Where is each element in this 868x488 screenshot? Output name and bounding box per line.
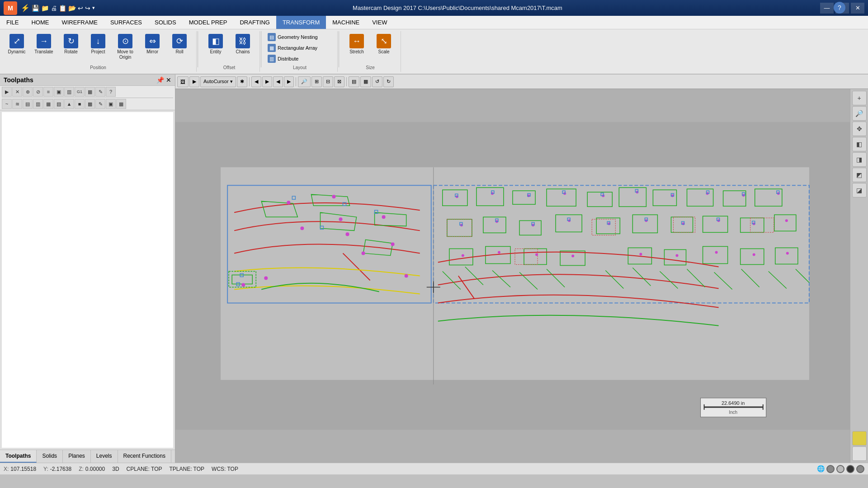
mirror-button[interactable]: ⇔ Mirror [139,32,165,63]
dynamic-icon: ⤢ [9,34,24,48]
rectangular-array-button[interactable]: ▦ Rectangular Array [266,43,334,53]
toolpaths-close-button[interactable]: ✕ [166,76,171,84]
autocursor-dropdown[interactable]: AutoCursor ▾ [200,76,236,87]
menu-item-drafting[interactable]: DRAFTING [233,16,276,29]
entity-label: Entity [210,49,221,55]
view-btn-4[interactable]: ◪ [852,183,867,197]
canvas-area: 🖼 ▶ AutoCursor ▾ ✱ ◀ ▶ ◀ ▶ 🔎 ⊞ ⊟ ⊠ ▤ ▦ ↺… [175,75,868,463]
tab-solids[interactable]: Solids [37,450,63,463]
dynamic-label: Dynamic [8,49,26,55]
tab-recent-functions[interactable]: Recent Functions [118,450,171,463]
menu-item-wireframe[interactable]: WIREFRAME [55,16,104,29]
tab-toolpaths[interactable]: Toolpaths [0,450,37,463]
geometry-nesting-button[interactable]: ▤ Geometry Nesting [266,32,334,42]
menu-item-surfaces[interactable]: SURFACES [104,16,148,29]
zoom-in-button[interactable]: + [852,91,867,105]
entity-button[interactable]: ◧ Entity [203,32,229,63]
tplane-status: TPLANE: TOP [169,466,204,472]
tp-btn-1[interactable]: ▶ [2,87,12,97]
canvas-btn-redo[interactable]: ↻ [383,76,394,87]
tp-btn-4[interactable]: ⊘ [33,87,43,97]
move-to-origin-button[interactable]: ⊙ Move to Origin [112,32,138,63]
y-value: -2.17638 [50,466,71,472]
canvas-btn-zoom-out[interactable]: ⊟ [323,76,333,87]
view-btn-2[interactable]: ◨ [852,152,867,167]
chains-button[interactable]: ⛓ Chains [230,32,256,63]
canvas-btn-forward[interactable]: ▶ [262,76,272,87]
geometry-nesting-icon: ▤ [268,33,276,41]
tp-btn-11[interactable]: ? [106,87,116,97]
tp-btn-9[interactable]: ▦ [85,87,95,97]
color-btn-yellow[interactable] [852,431,867,446]
rotate-button[interactable]: ↻ Rotate [58,32,84,63]
close-button[interactable]: ✕ [851,3,864,14]
tp-btn-8[interactable]: G1 [75,87,85,97]
tp-btn-13[interactable]: ≋ [12,99,22,109]
canvas-btn-screenshot[interactable]: 🖼 [177,76,189,87]
tp-btn-23[interactable]: ▦ [116,99,126,109]
menu-item-solids[interactable]: SOLIDS [148,16,183,29]
tp-btn-22[interactable]: ▣ [106,99,116,109]
tp-btn-5[interactable]: ≡ [43,87,53,97]
tp-btn-2[interactable]: ✕ [12,87,22,97]
canvas-btn-back[interactable]: ◀ [251,76,261,87]
canvas-btn-grid[interactable]: ▤ [349,76,359,87]
z-coordinate: Z: 0.00000 [79,466,105,472]
svg-point-82 [535,253,538,256]
menu-item-view[interactable]: VIEW [366,16,393,29]
svg-point-87 [753,253,755,256]
color-btn-white[interactable] [852,446,867,461]
tp-btn-17[interactable]: ▧ [54,99,64,109]
menu-item-machine[interactable]: MACHINE [326,16,366,29]
toolpaths-pin-button[interactable]: 📌 [156,76,164,84]
tp-btn-6[interactable]: ▣ [54,87,64,97]
tp-btn-21[interactable]: ✎ [95,99,105,109]
canvas-btn-undo[interactable]: ↺ [372,76,382,87]
zoom-fit-button[interactable]: 🔎 [852,106,867,121]
menu-item-transform[interactable]: TRANSFORM [276,16,326,29]
tab-levels[interactable]: Levels [91,450,118,463]
menu-item-file[interactable]: FILE [0,16,25,29]
tp-btn-7[interactable]: ▥ [64,87,74,97]
svg-point-88 [786,252,789,254]
canvas-btn-forward2[interactable]: ▶ [284,76,294,87]
tp-btn-20[interactable]: ▩ [85,99,95,109]
canvas-btn-window[interactable]: ⊠ [334,76,344,87]
tp-btn-14[interactable]: ▤ [23,99,33,109]
tp-btn-19[interactable]: ■ [75,99,85,109]
tp-btn-3[interactable]: ⊕ [23,87,33,97]
tp-btn-15[interactable]: ▥ [33,99,43,109]
canvas-btn-back2[interactable]: ◀ [273,76,283,87]
tp-btn-10[interactable]: ✎ [95,87,105,97]
cad-viewport[interactable]: 22.6490 in Inch [175,89,850,463]
distribute-button[interactable]: ▥ Distribute [266,54,334,64]
svg-point-13 [382,215,386,219]
canvas-btn-play[interactable]: ▶ [189,76,199,87]
tp-btn-16[interactable]: ▦ [43,99,53,109]
project-button[interactable]: ↓ Project [85,32,111,63]
view-btn-1[interactable]: ◧ [852,137,867,151]
view-btn-3[interactable]: ◩ [852,168,867,182]
menu-item-home[interactable]: HOME [25,16,55,29]
minimize-button[interactable]: — [820,3,834,14]
translate-button[interactable]: → Translate [31,32,57,63]
stretch-button[interactable]: ↔ Stretch [344,32,370,63]
canvas-btn-zoom-in[interactable]: ⊞ [311,76,322,87]
svg-point-15 [391,242,395,246]
translate-label: Translate [34,49,53,55]
layout-group-label: Layout [293,65,307,71]
menu-item-model-prep[interactable]: MODEL PREP [183,16,234,29]
canvas-btn-fit[interactable]: 🔎 [298,76,311,87]
dynamic-button[interactable]: ⤢ Dynamic [4,32,30,63]
tab-planes[interactable]: Planes [63,450,91,463]
tp-btn-18[interactable]: ▲ [64,99,74,109]
quick-access-toolbar[interactable]: ⚡ 💾 📁 🖨 📋 📂 ↩ ↪ ▾ [21,4,95,12]
canvas-btn-options[interactable]: ▦ [360,76,371,87]
scale-button[interactable]: ⤡ Scale [371,32,397,63]
canvas-toolbar: 🖼 ▶ AutoCursor ▾ ✱ ◀ ▶ ◀ ▶ 🔎 ⊞ ⊟ ⊠ ▤ ▦ ↺… [175,75,868,89]
roll-button[interactable]: ⟳ Roll [166,32,193,63]
canvas-btn-snap[interactable]: ✱ [237,76,247,87]
help-button[interactable]: ? [834,2,845,14]
tp-btn-12[interactable]: ~ [2,99,12,109]
pan-button[interactable]: ✥ [852,122,867,136]
